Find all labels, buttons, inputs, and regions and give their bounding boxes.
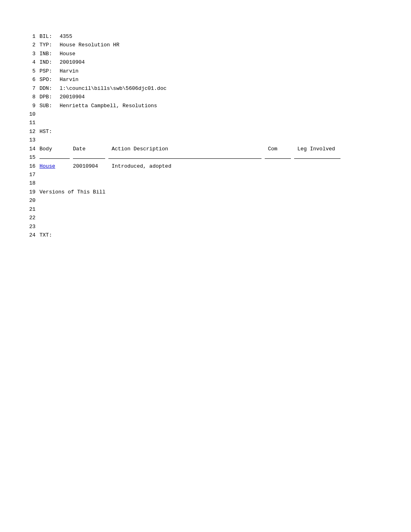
line-24: 24TXT: (24, 231, 387, 239)
house-link[interactable]: House (39, 163, 55, 169)
line-content-4: IND:20010904 (39, 58, 387, 66)
line-13: 13 (24, 136, 387, 144)
line-17: 17 (24, 170, 387, 179)
line-1: 1BIL:4355 (24, 32, 387, 41)
line-num-16: 16 (24, 162, 35, 170)
line-18: 18 (24, 179, 387, 187)
value-2: House Resolution HR (60, 41, 387, 49)
data-row: 16 House 20010904 Introduced, adopted (24, 162, 387, 170)
line-8: 8DPB:20010904 (24, 93, 387, 101)
line-19: 19Versions of This Bill (24, 188, 387, 196)
line-2: 2TYP:House Resolution HR (24, 41, 387, 49)
label-2: TYP: (39, 41, 60, 49)
line-content-8: DPB:20010904 (39, 93, 387, 101)
line-content-7: DDN:l:\council\bills\swb\5606djc01.doc (39, 84, 387, 93)
line-num-18: 18 (24, 179, 35, 187)
line-num-1: 1 (24, 32, 35, 41)
sep-leg (294, 158, 340, 159)
value-5: Harvin (60, 67, 387, 75)
header-leg: Leg Involved (297, 145, 344, 153)
value-19: Versions of This Bill (39, 188, 106, 196)
line-12: 12HST: (24, 127, 387, 136)
line-10: 10 (24, 110, 387, 118)
header-body: Body (39, 145, 70, 153)
sep-action (108, 158, 262, 159)
line-num-21: 21 (24, 205, 35, 214)
line-num-8: 8 (24, 93, 35, 101)
line-22: 22 (24, 214, 387, 222)
sep-body (39, 158, 70, 159)
label-3: INB: (39, 50, 60, 58)
line-num-24: 24 (24, 231, 35, 239)
line-num-22: 22 (24, 214, 35, 222)
line-content-5: PSP:Harvin (39, 67, 387, 75)
label-5: PSP: (39, 67, 60, 75)
header-action: Action Description (112, 145, 265, 153)
line-21: 21 (24, 205, 387, 214)
sep-date (73, 158, 105, 159)
value-8: 20010904 (60, 93, 387, 101)
value-4: 20010904 (60, 58, 387, 66)
sep-com (265, 158, 291, 159)
data-com (268, 162, 294, 170)
line-7: 7DDN:l:\council\bills\swb\5606djc01.doc (24, 84, 387, 93)
line-num-11: 11 (24, 118, 35, 127)
line-num-2: 2 (24, 41, 35, 49)
line-6: 6SPO:Harvin (24, 75, 387, 84)
line-content-3: INB:House (39, 50, 387, 58)
data-body[interactable]: House (39, 162, 70, 170)
value-7: l:\council\bills\swb\5606djc01.doc (60, 84, 387, 93)
line-23: 23 (24, 222, 387, 231)
line-content-19: Versions of This Bill (39, 188, 387, 196)
label-9: SUB: (39, 102, 60, 110)
line-5: 5PSP:Harvin (24, 67, 387, 75)
line-20: 20 (24, 196, 387, 205)
separator-row: 15 (24, 153, 387, 162)
label-8: DPB: (39, 93, 60, 101)
line-content-9: SUB:Henrietta Campbell, Resolutions (39, 102, 387, 110)
line-num-6: 6 (24, 75, 35, 84)
data-content: House 20010904 Introduced, adopted (39, 162, 387, 170)
line-num-13: 13 (24, 136, 35, 144)
line-num-19: 19 (24, 188, 35, 196)
line-num-20: 20 (24, 196, 35, 205)
value-6: Harvin (60, 75, 387, 84)
line-num-7: 7 (24, 84, 35, 93)
line-num-12: 12 (24, 127, 35, 136)
line-11: 11 (24, 118, 387, 127)
value-9: Henrietta Campbell, Resolutions (60, 102, 387, 110)
label-24: TXT: (39, 231, 60, 239)
label-7: DDN: (39, 84, 60, 93)
label-1: BIL: (39, 32, 60, 41)
label-12: HST: (39, 127, 60, 136)
line-4: 4IND:20010904 (24, 58, 387, 66)
line-3: 3INB:House (24, 50, 387, 58)
line-content-2: TYP:House Resolution HR (39, 41, 387, 49)
line-content-24: TXT: (39, 231, 387, 239)
line-num-5: 5 (24, 67, 35, 75)
value-3: House (60, 50, 387, 58)
line-num-3: 3 (24, 50, 35, 58)
line-num-9: 9 (24, 102, 35, 110)
header-row: 14 Body Date Action Description Com Leg … (24, 145, 387, 153)
line-content-1: BIL:4355 (39, 32, 387, 41)
line-num-23: 23 (24, 222, 35, 231)
line-num-14: 14 (24, 145, 35, 153)
data-date: 20010904 (73, 162, 108, 170)
line-9: 9SUB:Henrietta Campbell, Resolutions (24, 102, 387, 110)
line-num-17: 17 (24, 170, 35, 179)
value-24 (60, 231, 387, 239)
label-6: SPO: (39, 75, 60, 84)
line-content-12: HST: (39, 127, 387, 136)
value-1: 4355 (60, 32, 387, 41)
header-com: Com (268, 145, 294, 153)
line-num-4: 4 (24, 58, 35, 66)
data-action: Introduced, adopted (112, 162, 265, 170)
line-num-15: 15 (24, 153, 35, 162)
header-content: Body Date Action Description Com Leg Inv… (39, 145, 387, 153)
line-content-6: SPO:Harvin (39, 75, 387, 84)
label-4: IND: (39, 58, 60, 66)
data-leg (297, 162, 344, 170)
value-12 (60, 127, 387, 136)
line-num-10: 10 (24, 110, 35, 118)
